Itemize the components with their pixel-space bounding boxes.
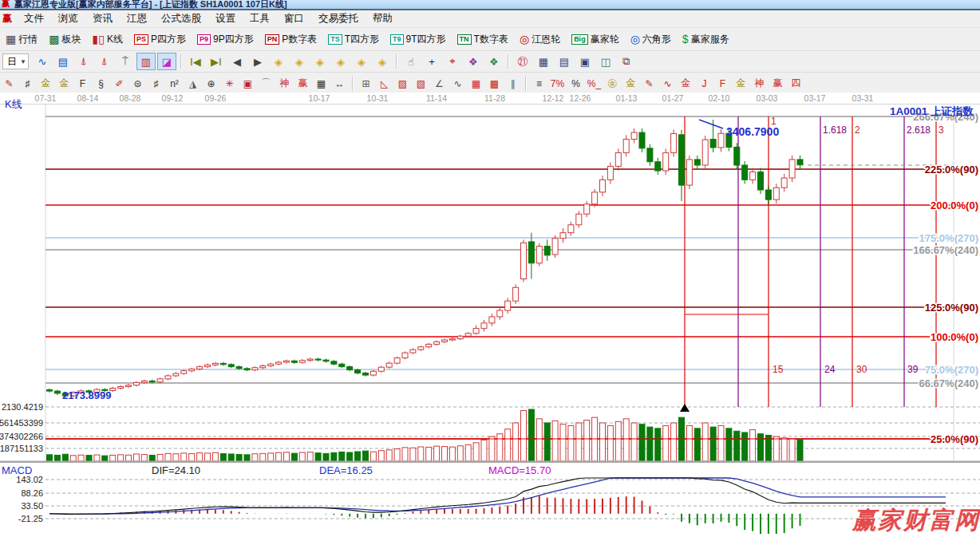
9p-square-button[interactable]: P99P四方形 xyxy=(192,30,259,49)
menu-item-6[interactable]: 工具 xyxy=(243,10,277,27)
comb-tool-icon[interactable]: ♯ xyxy=(19,75,36,92)
percent-list-tool-icon[interactable]: ≡ xyxy=(531,75,547,92)
menu-item-7[interactable]: 窗口 xyxy=(277,10,311,27)
si-angle-tool-icon[interactable]: 四 xyxy=(788,75,804,92)
export-chart-icon[interactable]: ◫ xyxy=(596,53,615,70)
menu-item-5[interactable]: 设置 xyxy=(208,10,243,27)
star-target-tool-icon[interactable]: ✳ xyxy=(221,75,238,92)
f-grid-tool-icon[interactable]: F xyxy=(74,75,91,92)
gold-grid2-tool-icon[interactable]: 金 xyxy=(56,75,73,92)
zoom-a-tool-icon[interactable]: ⌖ xyxy=(443,53,462,70)
angle-marks-tool-icon[interactable]: ⌒ xyxy=(258,75,275,92)
spiral-tool-icon[interactable]: § xyxy=(93,75,109,92)
next-bar-icon[interactable]: ▶ xyxy=(248,53,267,70)
fan-lines-tool-icon[interactable]: ◺ xyxy=(376,75,393,92)
last-bar-icon[interactable]: ▶Ⅰ xyxy=(207,53,226,70)
t-square-button[interactable]: TST四方形 xyxy=(323,30,384,49)
winner-wheel-button[interactable]: Big赢家轮 xyxy=(567,30,624,49)
gold-line2-tool-icon[interactable]: 金 xyxy=(678,75,694,92)
winner-service-button[interactable]: $赢家服务 xyxy=(678,30,734,49)
calculator-icon[interactable]: ▦ xyxy=(534,53,553,70)
percent-line-tool-icon[interactable]: %_ xyxy=(586,75,603,92)
kline-style-icon[interactable]: ▥ xyxy=(136,53,156,70)
comb2-tool-icon[interactable]: ♯ xyxy=(148,75,164,92)
circle-target-tool-icon[interactable]: ⊕ xyxy=(203,75,219,92)
angle-lines-tool-icon[interactable]: ∠ xyxy=(431,75,448,92)
title-bar[interactable]: 赢 赢家江恩专业版[赢家内部服务平台] - [上证指数 SH1A0001 107… xyxy=(0,0,980,10)
fan-box-tool-icon[interactable]: ▨ xyxy=(394,75,411,92)
hexagon-button[interactable]: ◎六角形 xyxy=(626,30,676,49)
period-dropdown[interactable]: 日 ▼ xyxy=(2,53,29,69)
grid-fine-tool-icon[interactable]: ▦ xyxy=(468,75,484,92)
p-number-button[interactable]: PNP数字表 xyxy=(260,30,322,49)
menu-item-1[interactable]: 浏览 xyxy=(51,10,85,27)
slant-tool-icon[interactable]: ∥ xyxy=(504,75,521,92)
menu-item-8[interactable]: 交易委托 xyxy=(311,10,366,27)
prev-bar-icon[interactable]: ◀ xyxy=(227,53,247,70)
menu-item-3[interactable]: 江恩 xyxy=(120,10,154,27)
diamond-vexpand-icon[interactable]: ◈ xyxy=(352,53,371,70)
bars-9-icon[interactable]: ⍋ xyxy=(95,53,114,70)
gann-purple-tool-icon[interactable]: ❖ xyxy=(464,53,483,70)
brush-gold-tool-icon[interactable]: ✎ xyxy=(641,75,658,92)
bars-3-icon[interactable]: ⍋ xyxy=(74,53,93,70)
export-data-icon[interactable]: ⧉ xyxy=(617,53,636,70)
kline-button[interactable]: ▮▯K线 xyxy=(87,30,127,49)
wave-circle-tool-icon[interactable]: ∿ xyxy=(659,75,676,92)
ruler-123-tool-icon[interactable]: ▦ xyxy=(313,75,330,92)
diamond-allway-icon[interactable]: ◈ xyxy=(373,53,392,70)
j-angle-tool-icon[interactable]: J xyxy=(696,75,713,92)
width-tool-icon[interactable]: ↔ xyxy=(331,75,348,92)
ying-angle-tool-icon[interactable]: 赢 xyxy=(769,75,786,92)
first-bar-icon[interactable]: Ⅰ◀ xyxy=(186,53,205,70)
circle-gold-tool-icon[interactable]: ㊎ xyxy=(604,75,621,92)
child-window-icon[interactable]: 赢 xyxy=(0,12,17,26)
diamond-hcompress-icon[interactable]: ◈ xyxy=(331,53,350,70)
menu-item-2[interactable]: 资讯 xyxy=(85,10,120,27)
mirror-tool-icon[interactable]: ◮ xyxy=(184,75,201,92)
menu-item-4[interactable]: 公式选股 xyxy=(154,10,208,27)
p-square-button[interactable]: PSP四方形 xyxy=(129,30,191,49)
quotes-button[interactable]: ▦行情 xyxy=(1,30,42,49)
info-view-icon[interactable]: ▤ xyxy=(53,53,73,70)
diamond-hexpand-icon[interactable]: ◈ xyxy=(310,53,330,70)
gold-angle-tool-icon[interactable]: 金 xyxy=(733,75,749,92)
gold-line-tool-icon[interactable]: 金 xyxy=(622,75,639,92)
n-square-tool-icon[interactable]: n² xyxy=(166,75,183,92)
shen-grid-tool-icon[interactable]: 神 xyxy=(276,75,293,92)
hand-tool-icon[interactable]: ☝ xyxy=(401,53,421,70)
shen-angle-tool-icon[interactable]: 神 xyxy=(751,75,768,92)
notes-icon[interactable]: ▤ xyxy=(555,53,574,70)
pattern-select-icon[interactable]: ∿ xyxy=(33,53,52,70)
menu-item-0[interactable]: 文件 xyxy=(17,10,51,27)
seven-percent-tool-icon[interactable]: 7% xyxy=(549,75,566,92)
percent-tool-icon[interactable]: % xyxy=(567,75,584,92)
9t-square-button[interactable]: T99T四方形 xyxy=(385,30,451,49)
wave-tool-icon[interactable]: ∿ xyxy=(449,75,466,92)
fan-box2-tool-icon[interactable]: ▧ xyxy=(413,75,429,92)
indicator-style-icon[interactable]: ◪ xyxy=(157,53,176,70)
svg-text:08-28: 08-28 xyxy=(120,93,141,103)
marker-tool-icon[interactable]: ✐ xyxy=(111,75,128,92)
menu-item-9[interactable]: 帮助 xyxy=(366,10,400,27)
svg-text:100.0%(0): 100.0%(0) xyxy=(931,331,978,343)
t-number-button[interactable]: TNT数字表 xyxy=(452,30,513,49)
grid-dense-tool-icon[interactable]: ▩ xyxy=(486,75,503,92)
diamond-left-icon[interactable]: ◈ xyxy=(269,53,288,70)
window-tool-icon[interactable]: ⊞ xyxy=(358,75,374,92)
ying-grid-tool-icon[interactable]: 赢 xyxy=(294,75,311,92)
f-angle-tool-icon[interactable]: F xyxy=(714,75,731,92)
circle-grid-tool-icon[interactable]: ⊜ xyxy=(129,75,146,92)
chart-canvas[interactable]: 2130.4219561453399374302266187151133143.… xyxy=(0,93,980,537)
pin-dropdown-icon[interactable]: ⍑ xyxy=(116,53,135,70)
calendar-icon[interactable]: ㉑ xyxy=(513,53,532,70)
save-icon[interactable]: ▣ xyxy=(575,53,595,70)
pencil-tool-icon[interactable]: ✎ xyxy=(1,75,18,92)
gold-grid-tool-icon[interactable]: 金 xyxy=(38,75,54,92)
diamond-right-icon[interactable]: ◈ xyxy=(290,53,309,70)
crosshair-tool-icon[interactable]: + xyxy=(422,53,441,70)
gann-green-tool-icon[interactable]: ❖ xyxy=(484,53,504,70)
gann-wheel-button[interactable]: ◎江恩轮 xyxy=(515,30,565,49)
sectors-button[interactable]: ▩板块 xyxy=(44,30,85,49)
box-target-tool-icon[interactable]: ▣ xyxy=(239,75,256,92)
